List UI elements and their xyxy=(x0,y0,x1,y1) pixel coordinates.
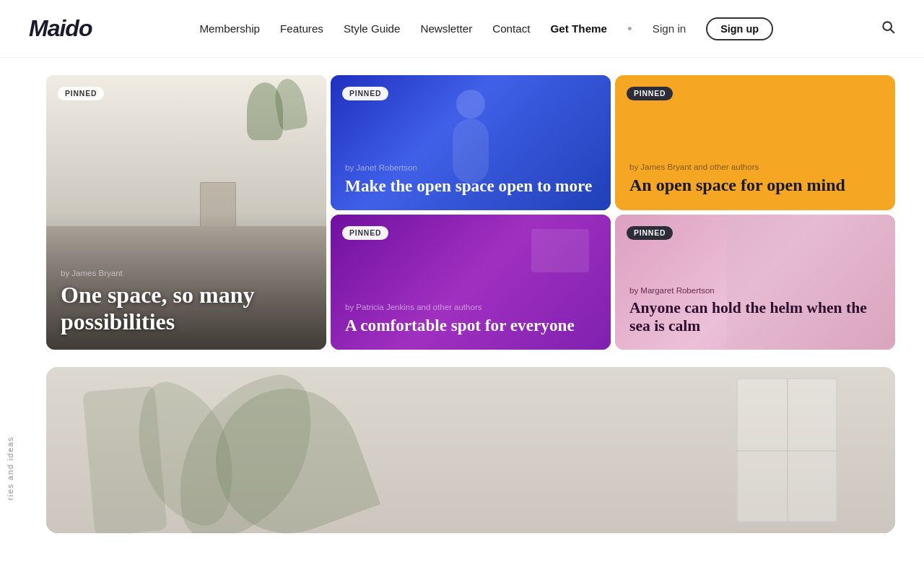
card-1-badge: PINNED xyxy=(58,87,104,100)
card-1-content: by James Bryant One space, so many possi… xyxy=(46,254,326,350)
nav-links: Membership Features Style Guide Newslett… xyxy=(199,17,773,40)
card-2-badge: PINNED xyxy=(342,87,388,100)
search-icon xyxy=(881,20,895,34)
card-1[interactable]: PINNED by James Bryant One space, so man… xyxy=(46,75,326,350)
nav-contact[interactable]: Contact xyxy=(492,22,530,35)
bottom-banner xyxy=(46,367,895,533)
card-4-badge: PINNED xyxy=(342,226,388,240)
nav-features[interactable]: Features xyxy=(280,22,323,35)
card-1-author: by James Bryant xyxy=(61,269,312,277)
nav-dot: • xyxy=(627,21,632,36)
svg-point-0 xyxy=(883,22,892,30)
nav-newsletter[interactable]: Newsletter xyxy=(420,22,472,35)
card-4-title: A comfortable spot for everyone xyxy=(345,316,596,335)
card-2-title: Make the open space open to more xyxy=(345,176,596,196)
logo[interactable]: Maido xyxy=(29,15,92,42)
svg-line-1 xyxy=(891,30,894,33)
card-2-author: by Janet Robertson xyxy=(345,163,596,172)
card-5[interactable]: PINNED by Margaret Robertson Anyone can … xyxy=(615,215,895,350)
card-4-author: by Patricia Jenkins and other authors xyxy=(345,303,596,311)
card-3-badge: PINNED xyxy=(627,87,673,100)
search-button[interactable] xyxy=(881,20,895,38)
side-text: ries and ideas xyxy=(0,431,20,506)
card-3-author: by James Bryant and other authors xyxy=(629,163,881,171)
card-5-title: Anyone can hold the helm when the sea is… xyxy=(629,299,881,335)
card-3-title: An open space for open mind xyxy=(629,176,881,196)
card-2[interactable]: PINNED by Janet Robertson Make the open … xyxy=(331,75,611,210)
nav-membership[interactable]: Membership xyxy=(199,22,260,35)
nav-style-guide[interactable]: Style Guide xyxy=(344,22,401,35)
nav-sign-in[interactable]: Sign in xyxy=(653,22,686,35)
card-3[interactable]: PINNED by James Bryant and other authors… xyxy=(615,75,895,210)
card-4-content: by Patricia Jenkins and other authors A … xyxy=(331,288,611,350)
card-3-content: by James Bryant and other authors An ope… xyxy=(615,148,895,210)
card-5-badge: PINNED xyxy=(627,226,673,240)
nav-get-theme[interactable]: Get Theme xyxy=(551,22,608,35)
card-1-title: One space, so many possibilities xyxy=(61,282,312,335)
card-5-author: by Margaret Robertson xyxy=(629,286,881,295)
sign-up-button[interactable]: Sign up xyxy=(706,17,773,40)
card-2-content: by Janet Robertson Make the open space o… xyxy=(331,149,611,210)
card-5-content: by Margaret Robertson Anyone can hold th… xyxy=(615,272,895,350)
navbar: Maido Membership Features Style Guide Ne… xyxy=(0,0,924,58)
hero-grid: PINNED by James Bryant One space, so man… xyxy=(0,58,924,367)
card-4[interactable]: PINNED by Patricia Jenkins and other aut… xyxy=(331,215,611,350)
banner-bg xyxy=(46,367,895,533)
